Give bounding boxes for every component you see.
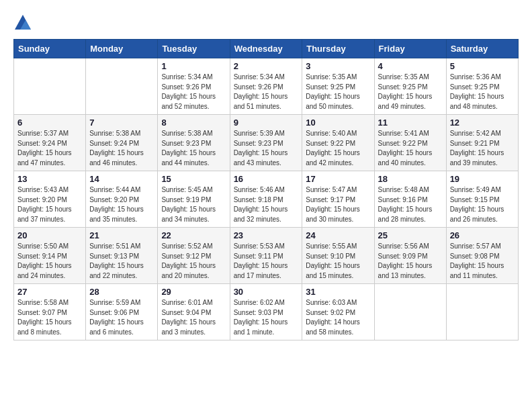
day-number: 14 bbox=[89, 174, 154, 184]
day-number: 1 bbox=[161, 61, 226, 71]
calendar-cell: 2 Sunrise: 5:34 AMSunset: 9:26 PMDayligh… bbox=[230, 58, 302, 115]
day-number: 11 bbox=[378, 118, 443, 128]
weekday-header-sunday: Sunday bbox=[14, 40, 86, 58]
day-number: 15 bbox=[161, 174, 226, 184]
calendar-cell: 30 Sunrise: 6:02 AMSunset: 9:03 PMDaylig… bbox=[230, 284, 302, 340]
weekday-header-saturday: Saturday bbox=[446, 40, 518, 58]
calendar-cell bbox=[374, 284, 446, 340]
calendar-cell: 25 Sunrise: 5:56 AMSunset: 9:09 PMDaylig… bbox=[374, 228, 446, 284]
day-detail: Sunrise: 5:35 AMSunset: 9:25 PMDaylight:… bbox=[378, 73, 433, 110]
day-number: 4 bbox=[378, 61, 443, 71]
day-number: 5 bbox=[450, 61, 515, 71]
week-row-3: 13 Sunrise: 5:43 AMSunset: 9:20 PMDaylig… bbox=[14, 171, 519, 228]
weekday-header-monday: Monday bbox=[86, 40, 158, 58]
logo bbox=[13, 13, 35, 32]
day-detail: Sunrise: 5:58 AMSunset: 9:07 PMDaylight:… bbox=[17, 299, 72, 336]
day-detail: Sunrise: 5:43 AMSunset: 9:20 PMDaylight:… bbox=[17, 186, 72, 223]
calendar-cell bbox=[446, 284, 518, 340]
day-detail: Sunrise: 5:44 AMSunset: 9:20 PMDaylight:… bbox=[89, 186, 144, 223]
weekday-header-tuesday: Tuesday bbox=[158, 40, 230, 58]
calendar-cell: 7 Sunrise: 5:38 AMSunset: 9:24 PMDayligh… bbox=[86, 115, 158, 171]
calendar-cell: 1 Sunrise: 5:34 AMSunset: 9:26 PMDayligh… bbox=[158, 58, 230, 115]
calendar-cell: 28 Sunrise: 5:59 AMSunset: 9:06 PMDaylig… bbox=[86, 284, 158, 340]
calendar-cell: 13 Sunrise: 5:43 AMSunset: 9:20 PMDaylig… bbox=[14, 171, 86, 228]
calendar-cell: 9 Sunrise: 5:39 AMSunset: 9:23 PMDayligh… bbox=[230, 115, 302, 171]
day-detail: Sunrise: 5:38 AMSunset: 9:24 PMDaylight:… bbox=[89, 130, 144, 167]
day-detail: Sunrise: 5:59 AMSunset: 9:06 PMDaylight:… bbox=[89, 299, 144, 336]
day-number: 7 bbox=[89, 118, 154, 128]
day-number: 16 bbox=[234, 174, 299, 184]
logo-icon bbox=[13, 13, 32, 32]
day-number: 20 bbox=[17, 230, 82, 240]
day-number: 30 bbox=[234, 287, 299, 297]
calendar-cell: 8 Sunrise: 5:38 AMSunset: 9:23 PMDayligh… bbox=[158, 115, 230, 171]
calendar-cell: 16 Sunrise: 5:46 AMSunset: 9:18 PMDaylig… bbox=[230, 171, 302, 228]
calendar-cell: 17 Sunrise: 5:47 AMSunset: 9:17 PMDaylig… bbox=[302, 171, 374, 228]
day-detail: Sunrise: 5:45 AMSunset: 9:19 PMDaylight:… bbox=[161, 186, 216, 223]
calendar-cell: 29 Sunrise: 6:01 AMSunset: 9:04 PMDaylig… bbox=[158, 284, 230, 340]
day-detail: Sunrise: 6:02 AMSunset: 9:03 PMDaylight:… bbox=[234, 299, 288, 336]
day-detail: Sunrise: 5:42 AMSunset: 9:21 PMDaylight:… bbox=[450, 130, 504, 167]
day-number: 18 bbox=[378, 174, 443, 184]
day-number: 19 bbox=[450, 174, 515, 184]
day-number: 6 bbox=[17, 118, 82, 128]
calendar-cell: 15 Sunrise: 5:45 AMSunset: 9:19 PMDaylig… bbox=[158, 171, 230, 228]
weekday-header-wednesday: Wednesday bbox=[230, 40, 302, 58]
day-number: 27 bbox=[17, 287, 82, 297]
day-number: 29 bbox=[161, 287, 226, 297]
calendar-cell: 5 Sunrise: 5:36 AMSunset: 9:25 PMDayligh… bbox=[446, 58, 518, 115]
day-detail: Sunrise: 6:01 AMSunset: 9:04 PMDaylight:… bbox=[161, 299, 216, 336]
calendar-table: SundayMondayTuesdayWednesdayThursdayFrid… bbox=[13, 39, 519, 340]
day-detail: Sunrise: 5:52 AMSunset: 9:12 PMDaylight:… bbox=[161, 242, 216, 279]
day-detail: Sunrise: 5:51 AMSunset: 9:13 PMDaylight:… bbox=[89, 242, 144, 279]
calendar-cell: 20 Sunrise: 5:50 AMSunset: 9:14 PMDaylig… bbox=[14, 228, 86, 284]
day-number: 23 bbox=[234, 230, 299, 240]
day-number: 9 bbox=[234, 118, 299, 128]
week-row-5: 27 Sunrise: 5:58 AMSunset: 9:07 PMDaylig… bbox=[14, 284, 519, 340]
day-detail: Sunrise: 5:34 AMSunset: 9:26 PMDaylight:… bbox=[234, 73, 288, 110]
calendar-cell: 22 Sunrise: 5:52 AMSunset: 9:12 PMDaylig… bbox=[158, 228, 230, 284]
day-number: 10 bbox=[306, 118, 370, 128]
day-detail: Sunrise: 6:03 AMSunset: 9:02 PMDaylight:… bbox=[306, 299, 360, 336]
day-detail: Sunrise: 5:37 AMSunset: 9:24 PMDaylight:… bbox=[17, 130, 72, 167]
calendar-cell: 10 Sunrise: 5:40 AMSunset: 9:22 PMDaylig… bbox=[302, 115, 374, 171]
day-number: 25 bbox=[378, 230, 443, 240]
day-number: 12 bbox=[450, 118, 515, 128]
calendar-cell: 27 Sunrise: 5:58 AMSunset: 9:07 PMDaylig… bbox=[14, 284, 86, 340]
page-header bbox=[13, 13, 519, 32]
day-detail: Sunrise: 5:38 AMSunset: 9:23 PMDaylight:… bbox=[161, 130, 216, 167]
day-number: 17 bbox=[306, 174, 370, 184]
day-detail: Sunrise: 5:41 AMSunset: 9:22 PMDaylight:… bbox=[378, 130, 433, 167]
calendar-cell bbox=[86, 58, 158, 115]
week-row-2: 6 Sunrise: 5:37 AMSunset: 9:24 PMDayligh… bbox=[14, 115, 519, 171]
calendar-cell: 3 Sunrise: 5:35 AMSunset: 9:25 PMDayligh… bbox=[302, 58, 374, 115]
day-number: 21 bbox=[89, 230, 154, 240]
calendar-cell: 11 Sunrise: 5:41 AMSunset: 9:22 PMDaylig… bbox=[374, 115, 446, 171]
day-detail: Sunrise: 5:57 AMSunset: 9:08 PMDaylight:… bbox=[450, 242, 504, 279]
day-number: 13 bbox=[17, 174, 82, 184]
weekday-header-friday: Friday bbox=[374, 40, 446, 58]
day-detail: Sunrise: 5:47 AMSunset: 9:17 PMDaylight:… bbox=[306, 186, 360, 223]
calendar-cell: 24 Sunrise: 5:55 AMSunset: 9:10 PMDaylig… bbox=[302, 228, 374, 284]
week-row-4: 20 Sunrise: 5:50 AMSunset: 9:14 PMDaylig… bbox=[14, 228, 519, 284]
day-detail: Sunrise: 5:34 AMSunset: 9:26 PMDaylight:… bbox=[161, 73, 216, 110]
day-detail: Sunrise: 5:50 AMSunset: 9:14 PMDaylight:… bbox=[17, 242, 72, 279]
calendar-cell bbox=[14, 58, 86, 115]
day-detail: Sunrise: 5:36 AMSunset: 9:25 PMDaylight:… bbox=[450, 73, 504, 110]
day-detail: Sunrise: 5:55 AMSunset: 9:10 PMDaylight:… bbox=[306, 242, 360, 279]
day-number: 24 bbox=[306, 230, 370, 240]
day-number: 2 bbox=[234, 61, 299, 71]
calendar-cell: 12 Sunrise: 5:42 AMSunset: 9:21 PMDaylig… bbox=[446, 115, 518, 171]
calendar-cell: 18 Sunrise: 5:48 AMSunset: 9:16 PMDaylig… bbox=[374, 171, 446, 228]
day-detail: Sunrise: 5:53 AMSunset: 9:11 PMDaylight:… bbox=[234, 242, 288, 279]
day-detail: Sunrise: 5:35 AMSunset: 9:25 PMDaylight:… bbox=[306, 73, 360, 110]
day-detail: Sunrise: 5:46 AMSunset: 9:18 PMDaylight:… bbox=[234, 186, 288, 223]
day-detail: Sunrise: 5:49 AMSunset: 9:15 PMDaylight:… bbox=[450, 186, 504, 223]
day-detail: Sunrise: 5:48 AMSunset: 9:16 PMDaylight:… bbox=[378, 186, 433, 223]
weekday-header-thursday: Thursday bbox=[302, 40, 374, 58]
day-number: 8 bbox=[161, 118, 226, 128]
calendar-cell: 23 Sunrise: 5:53 AMSunset: 9:11 PMDaylig… bbox=[230, 228, 302, 284]
calendar-cell: 4 Sunrise: 5:35 AMSunset: 9:25 PMDayligh… bbox=[374, 58, 446, 115]
week-row-1: 1 Sunrise: 5:34 AMSunset: 9:26 PMDayligh… bbox=[14, 58, 519, 115]
day-number: 3 bbox=[306, 61, 370, 71]
